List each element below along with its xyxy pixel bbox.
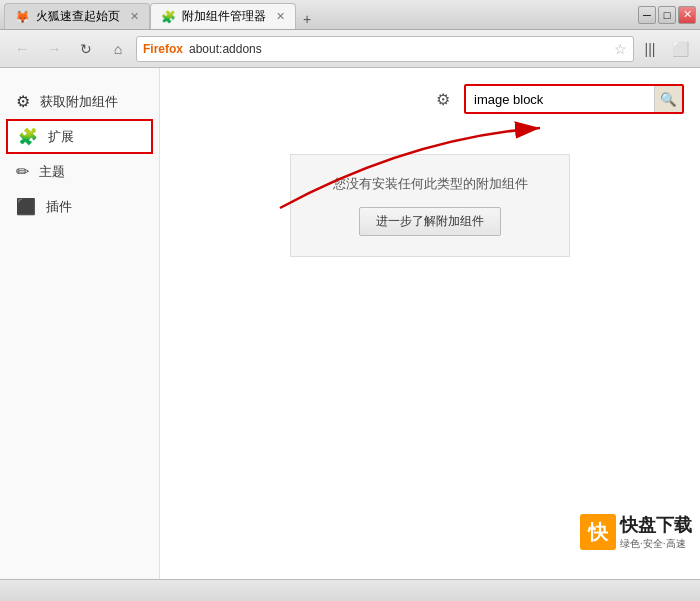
address-bar[interactable]: Firefox about:addons ☆ bbox=[136, 36, 634, 62]
bookmark-star[interactable]: ☆ bbox=[614, 41, 627, 57]
sidebar-item-plugins[interactable]: ⬛ 插件 bbox=[0, 189, 159, 224]
new-tab-button[interactable]: + bbox=[296, 9, 318, 29]
tab1-favicon: 🦊 bbox=[15, 10, 30, 24]
refresh-icon: ↻ bbox=[80, 41, 92, 57]
search-button[interactable]: 🔍 bbox=[654, 86, 682, 112]
tab-bar: 🦊 火狐速查起始页 ✕ 🧩 附加组件管理器 ✕ + bbox=[4, 0, 634, 29]
empty-state: 您没有安装任何此类型的附加组件 进一步了解附加组件 bbox=[290, 154, 570, 257]
search-box: 🔍 bbox=[464, 84, 684, 114]
watermark-subtitle: 绿色·安全·高速 bbox=[620, 537, 692, 551]
search-input[interactable] bbox=[466, 86, 654, 112]
title-bar: 🦊 火狐速查起始页 ✕ 🧩 附加组件管理器 ✕ + ─ □ ✕ bbox=[0, 0, 700, 30]
extensions-icon: 🧩 bbox=[18, 127, 38, 146]
back-button[interactable]: ← bbox=[8, 36, 36, 62]
watermark-text-block: 快盘下载 绿色·安全·高速 bbox=[620, 513, 692, 551]
sidebar-icon[interactable]: ⬜ bbox=[668, 37, 692, 61]
sidebar-item-get-addons[interactable]: ⚙ 获取附加组件 bbox=[0, 84, 159, 119]
main-layout: ⚙ 获取附加组件 🧩 扩展 ✏ 主题 ⬛ 插件 ⚙ 🔍 bbox=[0, 68, 700, 579]
tab2-close[interactable]: ✕ bbox=[276, 10, 285, 23]
get-addons-icon: ⚙ bbox=[16, 92, 30, 111]
tab2-favicon: 🧩 bbox=[161, 10, 176, 24]
window-controls: ─ □ ✕ bbox=[638, 6, 696, 24]
home-icon: ⌂ bbox=[114, 41, 122, 57]
watermark-logo: 快 bbox=[580, 514, 616, 550]
watermark: 快 快盘下载 绿色·安全·高速 bbox=[580, 513, 692, 551]
watermark-title: 快盘下载 bbox=[620, 513, 692, 537]
tab1-close[interactable]: ✕ bbox=[130, 10, 139, 23]
library-icon[interactable]: ||| bbox=[638, 37, 662, 61]
learn-more-button[interactable]: 进一步了解附加组件 bbox=[359, 207, 501, 236]
sidebar-item-extensions-label: 扩展 bbox=[48, 128, 74, 146]
toolbar-icons: ||| ⬜ bbox=[638, 37, 692, 61]
status-bar bbox=[0, 579, 700, 601]
sidebar: ⚙ 获取附加组件 🧩 扩展 ✏ 主题 ⬛ 插件 bbox=[0, 68, 160, 579]
home-button[interactable]: ⌂ bbox=[104, 36, 132, 62]
settings-gear-button[interactable]: ⚙ bbox=[430, 86, 456, 112]
sidebar-item-extensions[interactable]: 🧩 扩展 bbox=[6, 119, 153, 154]
search-icon: 🔍 bbox=[660, 92, 677, 107]
tab-2[interactable]: 🧩 附加组件管理器 ✕ bbox=[150, 3, 296, 29]
watermark-logo-char: 快 bbox=[588, 519, 608, 546]
address-text: about:addons bbox=[189, 42, 262, 56]
content-area: ⚙ 🔍 您没有安装任何此类型的附加组件 进一步了解附加组件 bbox=[160, 68, 700, 579]
sidebar-item-themes-label: 主题 bbox=[39, 163, 65, 181]
firefox-label: Firefox bbox=[143, 42, 183, 56]
themes-icon: ✏ bbox=[16, 162, 29, 181]
maximize-button[interactable]: □ bbox=[658, 6, 676, 24]
nav-bar: ← → ↻ ⌂ Firefox about:addons ☆ ||| ⬜ bbox=[0, 30, 700, 68]
sidebar-item-plugins-label: 插件 bbox=[46, 198, 72, 216]
forward-button[interactable]: → bbox=[40, 36, 68, 62]
sidebar-item-themes[interactable]: ✏ 主题 bbox=[0, 154, 159, 189]
plugins-icon: ⬛ bbox=[16, 197, 36, 216]
minimize-button[interactable]: ─ bbox=[638, 6, 656, 24]
top-search-bar: ⚙ 🔍 bbox=[176, 84, 684, 114]
tab1-label: 火狐速查起始页 bbox=[36, 8, 120, 25]
sidebar-item-get-addons-label: 获取附加组件 bbox=[40, 93, 118, 111]
forward-icon: → bbox=[47, 41, 61, 57]
close-button[interactable]: ✕ bbox=[678, 6, 696, 24]
tab2-label: 附加组件管理器 bbox=[182, 8, 266, 25]
gear-icon: ⚙ bbox=[436, 90, 450, 109]
back-icon: ← bbox=[15, 41, 29, 57]
refresh-button[interactable]: ↻ bbox=[72, 36, 100, 62]
tab-1[interactable]: 🦊 火狐速查起始页 ✕ bbox=[4, 3, 150, 29]
empty-state-text: 您没有安装任何此类型的附加组件 bbox=[311, 175, 549, 193]
